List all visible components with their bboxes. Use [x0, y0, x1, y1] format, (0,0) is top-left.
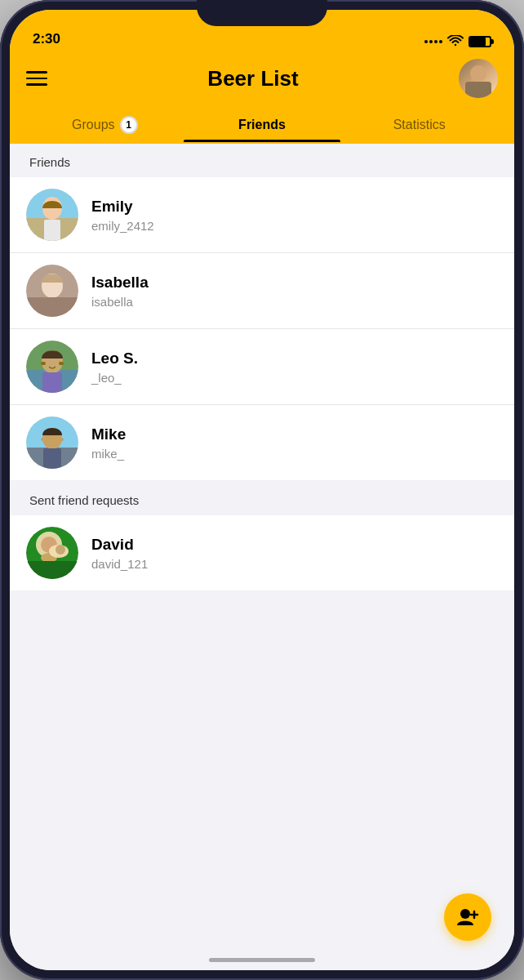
friend-username: mike_: [91, 447, 126, 461]
tab-statistics-label: Statistics: [393, 118, 446, 132]
friend-info: Leo S. _leo_: [91, 350, 138, 385]
friend-username: david_121: [91, 557, 148, 571]
svg-rect-16: [42, 372, 62, 393]
svg-rect-25: [26, 561, 78, 579]
svg-rect-2: [465, 82, 491, 98]
battery-icon: [468, 36, 491, 47]
signal-icon: [424, 40, 442, 43]
add-person-icon: [456, 907, 479, 927]
bottom-spacer: [10, 590, 514, 688]
menu-line-2: [26, 78, 47, 80]
status-icons: [424, 35, 491, 47]
sent-requests-section-header: Sent friend requests: [10, 482, 514, 515]
svg-rect-10: [26, 297, 78, 317]
friend-info: Isabella isabella: [91, 274, 149, 309]
avatar: [26, 416, 78, 469]
tab-groups-label: Groups: [72, 118, 114, 132]
avatar: [26, 189, 78, 241]
svg-rect-20: [43, 448, 61, 469]
friend-username: emily_2412: [91, 219, 154, 233]
svg-point-28: [460, 909, 470, 919]
friends-section-header: Friends: [10, 144, 514, 177]
avatar: [26, 341, 78, 393]
avatar-image: [459, 59, 498, 98]
content-area: Friends Emily: [10, 144, 514, 970]
friend-name: Leo S.: [91, 350, 138, 368]
svg-point-27: [56, 545, 65, 555]
tab-friends[interactable]: Friends: [184, 109, 341, 142]
tab-statistics[interactable]: Statistics: [340, 109, 498, 142]
notch: [197, 0, 327, 26]
user-avatar[interactable]: [459, 59, 498, 98]
friend-username: _leo_: [91, 371, 138, 385]
groups-badge: 1: [120, 116, 138, 134]
tab-bar: Groups 1 Friends Statistics: [26, 108, 498, 144]
sent-requests-list: David david_121: [10, 515, 514, 590]
tab-friends-label: Friends: [238, 118, 286, 132]
svg-rect-6: [44, 220, 60, 241]
header: Beer List Groups 1: [10, 52, 514, 144]
menu-line-1: [26, 71, 47, 74]
wifi-icon: [447, 35, 464, 47]
friend-username: isabella: [91, 295, 149, 309]
list-item[interactable]: David david_121: [10, 515, 514, 590]
home-indicator: [209, 958, 315, 962]
svg-rect-14: [41, 362, 46, 365]
friend-name: Emily: [91, 198, 154, 216]
friend-info: Mike mike_: [91, 425, 126, 461]
header-title: Beer List: [207, 66, 298, 91]
friends-list: Emily emily_2412: [10, 177, 514, 480]
add-friend-button[interactable]: [444, 893, 491, 941]
friend-info: David david_121: [91, 536, 148, 571]
friend-name: Isabella: [91, 274, 149, 292]
friend-name: Mike: [91, 425, 126, 443]
phone-screen: 2:30: [10, 10, 514, 970]
phone-frame: 2:30: [0, 0, 524, 980]
friend-name: David: [91, 536, 148, 554]
avatar: [26, 527, 78, 579]
list-item[interactable]: Emily emily_2412: [10, 177, 514, 253]
svg-rect-15: [59, 362, 64, 365]
menu-button[interactable]: [26, 71, 47, 86]
friend-info: Emily emily_2412: [91, 198, 154, 233]
tab-groups[interactable]: Groups 1: [26, 108, 184, 144]
header-top: Beer List: [26, 59, 498, 98]
status-time: 2:30: [33, 31, 60, 47]
list-item[interactable]: Mike mike_: [10, 405, 514, 480]
avatar: [26, 265, 78, 317]
menu-line-3: [26, 83, 47, 86]
list-item[interactable]: Leo S. _leo_: [10, 329, 514, 405]
list-item[interactable]: Isabella isabella: [10, 253, 514, 329]
svg-point-0: [470, 65, 486, 82]
